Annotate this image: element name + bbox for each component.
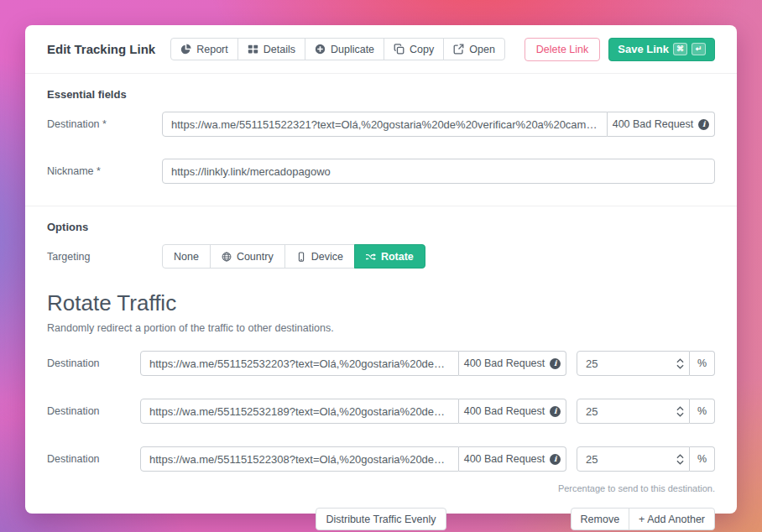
number-stepper[interactable]: [673, 406, 686, 417]
targeting-country-label: Country: [237, 251, 274, 263]
row-actions-group: Remove + Add Another: [571, 508, 715, 530]
report-label: Report: [196, 44, 228, 55]
number-stepper[interactable]: [673, 454, 686, 465]
report-button[interactable]: Report: [170, 38, 238, 60]
grid-icon: [248, 44, 258, 55]
rotate-status-addon: 400 Bad Request i: [459, 351, 566, 376]
info-icon[interactable]: i: [550, 454, 561, 465]
rotate-traffic-heading: Rotate Traffic: [47, 290, 715, 316]
pie-chart-icon: [180, 44, 191, 55]
targeting-device-button[interactable]: Device: [284, 244, 355, 269]
mobile-icon: [296, 252, 306, 262]
page-title: Edit Tracking Link: [47, 42, 155, 56]
chevron-down-icon: [676, 460, 684, 465]
destination-input-group: 400 Bad Request i: [162, 112, 715, 137]
save-link-button[interactable]: Save Link ⌘ ↵: [608, 38, 715, 61]
open-label: Open: [469, 44, 495, 55]
add-another-button[interactable]: + Add Another: [629, 508, 715, 530]
percent-unit-addon: %: [690, 399, 715, 424]
chevron-up-icon: [676, 358, 684, 363]
percent-group: 25 %: [577, 446, 715, 472]
save-link-label: Save Link: [618, 43, 669, 55]
percent-input[interactable]: 25: [577, 446, 690, 472]
number-stepper[interactable]: [673, 358, 686, 369]
distribute-traffic-button[interactable]: Distribute Traffic Evenly: [316, 508, 446, 530]
rotate-traffic-description: Randomly redirect a portion of the traff…: [47, 322, 715, 334]
command-key-badge: ⌘: [673, 43, 687, 55]
chevron-up-icon: [676, 454, 684, 459]
rotate-destination-label: Destination: [47, 357, 140, 369]
rotate-destination-row: Destination 400 Bad Request i 25 %: [47, 399, 715, 424]
copy-button[interactable]: Copy: [384, 38, 444, 60]
rotate-destination-input[interactable]: [140, 351, 459, 376]
percent-unit-addon: %: [690, 351, 715, 376]
percent-unit-addon: %: [690, 446, 715, 472]
rotate-destination-label: Destination: [47, 453, 140, 465]
info-icon[interactable]: i: [698, 119, 709, 130]
destination-label: Destination *: [47, 118, 162, 130]
copy-label: Copy: [410, 44, 434, 55]
targeting-none-label: None: [174, 251, 199, 263]
percent-group: 25 %: [577, 399, 715, 424]
rotate-destination-row: Destination 400 Bad Request i 25 %: [47, 446, 715, 472]
rotate-destination-input[interactable]: [140, 399, 459, 424]
external-link-icon: [453, 44, 464, 55]
panel-body: Essential fields Destination * 400 Bad R…: [25, 74, 737, 532]
essential-fields-heading: Essential fields: [47, 88, 715, 101]
chevron-down-icon: [676, 364, 684, 369]
destination-status-addon: 400 Bad Request i: [608, 112, 715, 137]
chevron-down-icon: [676, 412, 684, 417]
nickname-input-group: [162, 159, 715, 184]
targeting-row: Targeting None Country Device: [47, 244, 715, 269]
percent-input[interactable]: 25: [577, 399, 690, 424]
info-icon[interactable]: i: [550, 406, 561, 417]
destination-input[interactable]: [162, 112, 608, 137]
targeting-none-button[interactable]: None: [162, 244, 211, 269]
percent-hint: Percentage to send to this destination.: [47, 483, 715, 493]
panel-header: Edit Tracking Link Report Details Duplic…: [25, 25, 737, 74]
percent-value: 25: [586, 357, 673, 370]
percent-value: 25: [586, 453, 673, 466]
open-button[interactable]: Open: [443, 38, 505, 60]
rotate-status-addon: 400 Bad Request i: [459, 399, 566, 424]
destination-status-text: 400 Bad Request: [613, 118, 694, 130]
rotate-url-group: 400 Bad Request i: [140, 351, 566, 376]
remove-button[interactable]: Remove: [571, 508, 630, 530]
targeting-button-group: None Country Device: [162, 244, 425, 269]
rotate-url-group: 400 Bad Request i: [140, 446, 566, 472]
divider: [25, 206, 737, 206]
nickname-label: Nickname *: [47, 165, 162, 177]
targeting-rotate-label: Rotate: [381, 251, 414, 263]
nickname-field-row: Nickname *: [47, 159, 715, 184]
targeting-device-label: Device: [311, 251, 343, 263]
rotate-destination-row: Destination 400 Bad Request i 25 %: [47, 351, 715, 376]
rotate-status-addon: 400 Bad Request i: [459, 446, 566, 472]
copy-icon: [394, 44, 404, 55]
rotate-status-text: 400 Bad Request: [464, 357, 545, 369]
rotate-url-group: 400 Bad Request i: [140, 399, 566, 424]
rotate-destination-input[interactable]: [140, 446, 459, 472]
rotate-status-text: 400 Bad Request: [464, 453, 545, 465]
rotate-status-text: 400 Bad Request: [464, 405, 545, 417]
plus-circle-icon: [315, 44, 326, 55]
details-button[interactable]: Details: [237, 38, 305, 60]
details-label: Details: [264, 44, 295, 55]
info-icon[interactable]: i: [550, 358, 561, 369]
edit-tracking-link-panel: Edit Tracking Link Report Details Duplic…: [25, 25, 737, 514]
nickname-input[interactable]: [162, 159, 715, 184]
percent-value: 25: [586, 405, 673, 418]
destination-field-row: Destination * 400 Bad Request i: [47, 112, 715, 137]
targeting-rotate-button[interactable]: Rotate: [354, 244, 425, 269]
duplicate-label: Duplicate: [331, 44, 374, 55]
link-actions-toolbar: Report Details Duplicate Copy: [170, 38, 505, 60]
rotate-footer: Distribute Traffic Evenly Remove + Add A…: [47, 508, 715, 532]
delete-link-button[interactable]: Delete Link: [525, 38, 601, 61]
chevron-up-icon: [676, 406, 684, 411]
duplicate-button[interactable]: Duplicate: [305, 38, 384, 60]
rotate-destination-label: Destination: [47, 405, 140, 417]
targeting-label: Targeting: [47, 251, 162, 263]
percent-input[interactable]: 25: [577, 351, 690, 376]
shuffle-icon: [366, 252, 376, 262]
return-key-badge: ↵: [692, 43, 706, 55]
targeting-country-button[interactable]: Country: [210, 244, 285, 269]
